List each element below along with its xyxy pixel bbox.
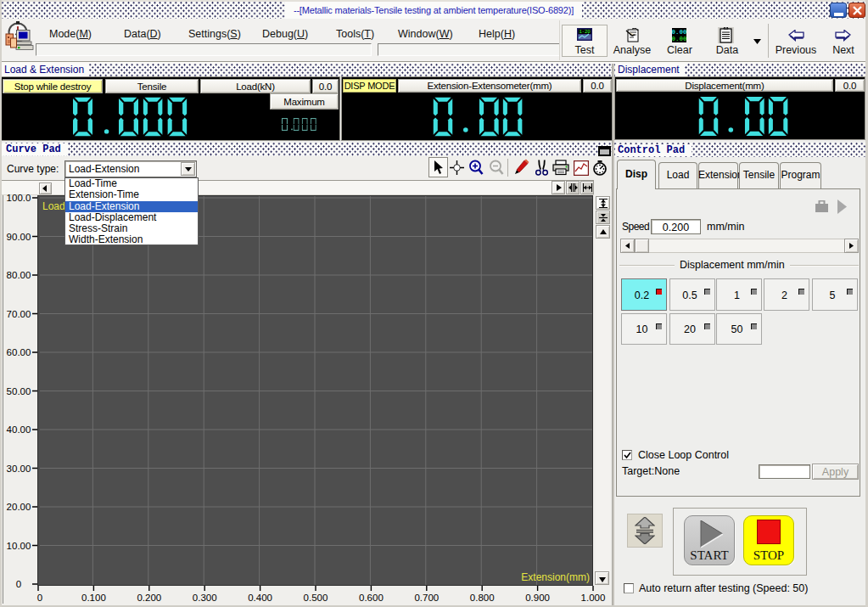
- svg-text:0.00: 0.00: [672, 29, 686, 36]
- svg-text:0.00: 0.00: [672, 36, 686, 42]
